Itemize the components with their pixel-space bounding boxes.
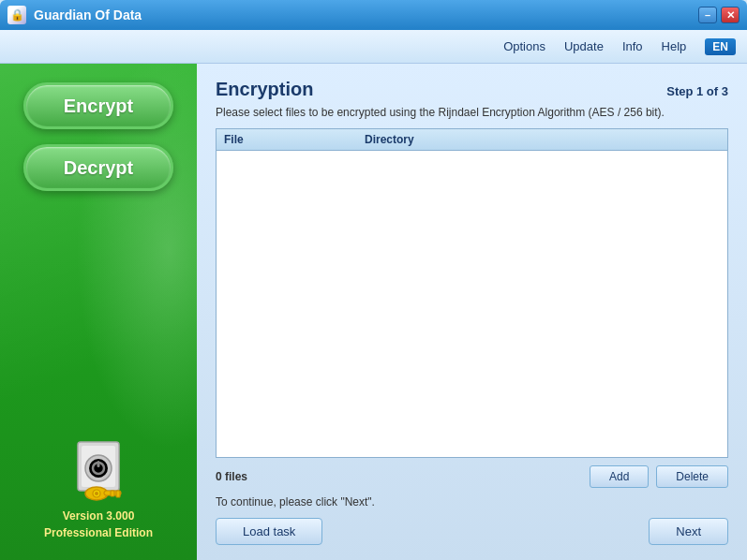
load-task-button[interactable]: Load task: [216, 518, 322, 545]
col-header-directory: Directory: [365, 133, 720, 146]
svg-rect-5: [97, 461, 99, 467]
svg-rect-8: [116, 491, 120, 497]
version-line1: Version 3.000: [63, 508, 135, 524]
menu-info[interactable]: Info: [622, 39, 643, 53]
file-count-row: 0 files Add Delete: [216, 465, 728, 488]
col-header-file: File: [224, 133, 365, 146]
table-body: [217, 151, 727, 454]
main-layout: Encrypt Decrypt Vers: [0, 64, 747, 560]
svg-rect-9: [111, 491, 114, 496]
menu-update[interactable]: Update: [564, 39, 604, 53]
content-area: Encryption Step 1 of 3 Please select fil…: [197, 64, 747, 560]
encrypt-button[interactable]: Encrypt: [23, 82, 173, 129]
content-header: Encryption Step 1 of 3: [216, 79, 728, 100]
file-table: File Directory: [216, 128, 728, 458]
menu-help[interactable]: Help: [662, 39, 687, 53]
menu-bar: Options Update Info Help EN: [0, 30, 747, 64]
action-buttons: Add Delete: [590, 465, 728, 488]
svg-point-11: [95, 492, 98, 495]
bottom-bar: Load task Next: [216, 518, 728, 545]
title-bar: 🔒 Guardian Of Data – ✕: [0, 0, 747, 30]
menu-options[interactable]: Options: [503, 39, 545, 53]
description-text: Please select files to be encrypted usin…: [216, 106, 728, 119]
close-button[interactable]: ✕: [721, 7, 740, 23]
sidebar-footer: Version 3.000 Professional Edition: [44, 433, 153, 541]
decrypt-button[interactable]: Decrypt: [23, 144, 173, 191]
version-line2: Professional Edition: [44, 524, 153, 541]
next-button[interactable]: Next: [649, 518, 728, 545]
step-indicator: Step 1 of 3: [666, 84, 728, 98]
add-button[interactable]: Add: [590, 465, 649, 488]
table-header: File Directory: [217, 129, 727, 151]
language-button[interactable]: EN: [705, 38, 736, 55]
delete-button[interactable]: Delete: [656, 465, 728, 488]
file-count: 0 files: [216, 470, 247, 483]
title-bar-left: 🔒 Guardian Of Data: [7, 6, 142, 24]
app-title: Guardian Of Data: [34, 7, 142, 22]
minimize-button[interactable]: –: [698, 7, 717, 23]
title-controls: – ✕: [698, 7, 740, 23]
page-title: Encryption: [216, 79, 313, 100]
continue-text: To continue, please click "Next".: [216, 495, 728, 508]
app-icon: 🔒: [7, 6, 26, 24]
sidebar: Encrypt Decrypt Vers: [0, 64, 197, 560]
key-icon: [61, 433, 136, 508]
